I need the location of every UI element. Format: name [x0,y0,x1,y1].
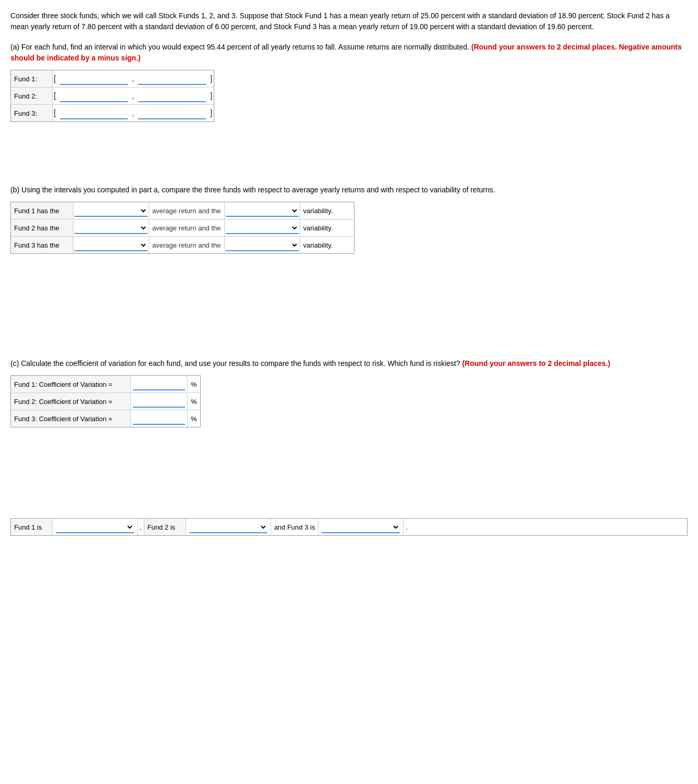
pb-fund2-select2-cell: highest lowest middle [225,219,300,236]
pc-fund3-input[interactable] [133,412,185,425]
bottom-period: . [403,519,410,535]
spacer-c-bottom2 [10,490,688,506]
pb-fund1-select2-cell: highest lowest middle [225,202,300,219]
part-b-label: (b) Using the intervals you computed in … [10,185,688,195]
table-row: Fund 1 has the highest lowest middle ave… [11,202,354,219]
pc-fund1-pct: % [188,376,200,393]
fund3-input2-cell [135,105,209,121]
bottom-fund3-select-cell: riskiest least risky moderately risky [319,519,403,535]
fund2-input1[interactable] [60,90,128,102]
pb-fund1-select2[interactable]: highest lowest middle [226,204,299,217]
bottom-fund2-select-cell: riskiest least risky moderately risky [186,519,271,535]
pb-fund3-select1[interactable]: highest lowest middle [75,239,148,251]
part-a-section: (a) For each fund, find an interval in w… [10,42,688,130]
bracket-left-1: [ [53,70,57,87]
table-row: Fund 1: [ , ] [11,70,214,88]
part-a-label-text: For each fund, find an interval in which… [19,43,469,51]
fund2-input2[interactable] [138,90,206,102]
pc-fund2-label: Fund 2: Coefficient of Variation = [11,393,131,410]
comma-3: , [131,105,135,121]
bottom-fund2-select[interactable]: riskiest least risky moderately risky [189,521,267,533]
pb-fund3-select2-cell: highest lowest middle [225,237,300,253]
pc-fund3-input-cell [131,410,188,427]
part-b-section: (b) Using the intervals you computed in … [10,185,688,262]
pb-fund2-select1-cell: highest lowest middle [74,219,149,236]
bracket-left-3: [ [53,105,57,121]
fund3-label: Fund 3: [11,105,53,121]
bottom-fund1-select-cell: riskiest least risky moderately risky [53,519,138,535]
part-c-label: (c) Calculate the coefficient of variati… [10,358,688,369]
fund3-input2[interactable] [138,107,206,119]
bottom-fund2-label: Fund 2 is [144,519,186,535]
spacer-c-bottom [10,448,688,490]
pb-fund3-mid-text: average return and the [149,237,225,253]
intro-text: Consider three stock funds, which we wil… [10,11,670,31]
bottom-and-label: and Fund 3 is [271,519,319,535]
spacer-bc2 [10,316,688,358]
pc-fund2-pct: % [188,393,200,410]
bottom-fund1-label: Fund 1 is [11,519,53,535]
pc-fund3-label: Fund 3: Coefficient of Variation = [11,410,131,427]
pb-fund1-variability: variability. [300,202,347,219]
bracket-left-2: [ [53,88,57,104]
fund1-label: Fund 1: [11,70,53,87]
bottom-comma: , [138,519,144,535]
table-row: Fund 3: Coefficient of Variation = % [11,410,200,427]
table-row: Fund 3 has the highest lowest middle ave… [11,237,354,253]
fund3-input1-cell [57,105,131,121]
part-c-bold-label: (c) [10,359,19,368]
bracket-right-1: ] [209,70,213,87]
spacer-ab [10,143,688,185]
part-b-table: Fund 1 has the highest lowest middle ave… [10,202,354,254]
part-a-table: Fund 1: [ , ] Fund 2: [ , ] [10,70,214,122]
fund1-input1[interactable] [60,72,128,85]
pb-fund3-select1-cell: highest lowest middle [74,237,149,253]
table-row: Fund 3: [ , ] [11,105,214,121]
fund1-input2-cell [135,70,209,87]
pb-fund2-mid-text: average return and the [149,219,225,236]
pb-fund2-select2[interactable]: highest lowest middle [226,222,299,234]
pc-fund3-pct: % [188,410,200,427]
bottom-fund3-select[interactable]: riskiest least risky moderately risky [322,521,400,533]
part-a-label: (a) For each fund, find an interval in w… [10,42,688,64]
fund3-input1[interactable] [60,107,128,119]
bracket-right-2: ] [209,88,213,104]
pb-fund1-select1-cell: highest lowest middle [74,202,149,219]
pb-fund2-label: Fund 2 has the [11,219,74,236]
bottom-fund1-select[interactable]: riskiest least risky moderately risky [56,521,134,533]
pb-fund3-variability: variability. [300,237,347,253]
pc-fund1-input[interactable] [133,378,185,390]
table-row: Fund 2: [ , ] [11,88,214,105]
pc-fund1-label: Fund 1: Coefficient of Variation = [11,376,131,393]
bracket-right-3: ] [209,105,213,121]
pc-fund2-input-cell [131,393,188,410]
pc-fund2-input[interactable] [133,395,185,408]
part-b-label-text: Using the intervals you computed in part… [19,186,495,194]
fund1-input2[interactable] [138,72,206,85]
fund-comparison-row: Fund 1 is riskiest least risky moderatel… [10,518,688,536]
part-c-label-text: Calculate the coefficient of variation f… [19,359,460,368]
table-row: Fund 1: Coefficient of Variation = % [11,376,200,393]
pb-fund2-variability: variability. [300,219,347,236]
part-c-section: (c) Calculate the coefficient of variati… [10,358,688,436]
comma-2: , [131,88,135,104]
spacer-bc [10,275,688,316]
part-c-table: Fund 1: Coefficient of Variation = % Fun… [10,375,201,427]
pb-fund3-label: Fund 3 has the [11,237,74,253]
part-c-red-label: (Round your answers to 2 decimal places.… [462,359,610,368]
part-a-bold-label: (a) [10,43,19,51]
comma-1: , [131,70,135,87]
fund2-input2-cell [135,88,209,104]
fund1-input1-cell [57,70,131,87]
part-b-bold-label: (b) [10,186,19,194]
fund2-label: Fund 2: [11,88,53,104]
pb-fund1-select1[interactable]: highest lowest middle [75,204,148,217]
pc-fund1-input-cell [131,376,188,393]
pb-fund2-select1[interactable]: highest lowest middle [75,222,148,234]
pb-fund3-select2[interactable]: highest lowest middle [226,239,299,251]
pb-fund1-mid-text: average return and the [149,202,225,219]
fund2-input1-cell [57,88,131,104]
intro-paragraph: Consider three stock funds, which we wil… [10,10,688,32]
table-row: Fund 2 has the highest lowest middle ave… [11,219,354,237]
table-row: Fund 2: Coefficient of Variation = % [11,393,200,410]
